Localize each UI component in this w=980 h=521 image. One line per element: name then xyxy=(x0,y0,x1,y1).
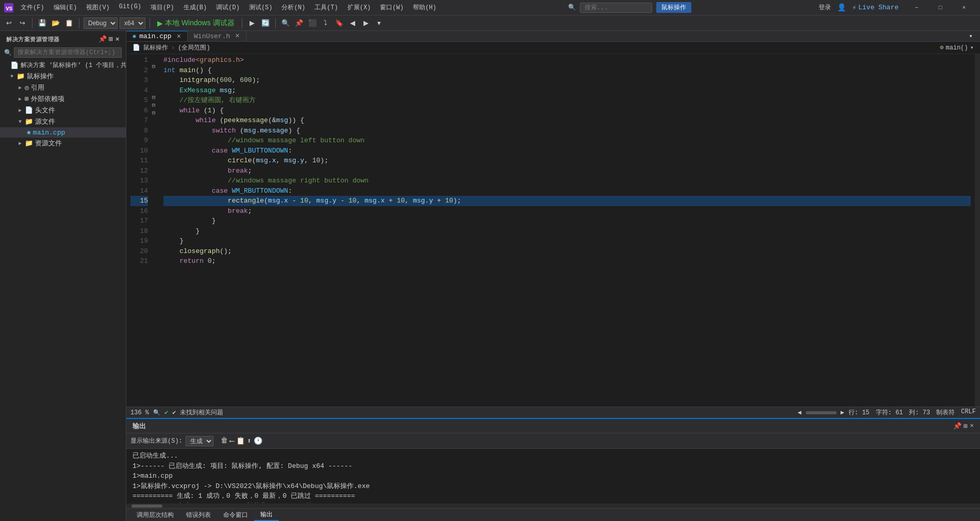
breadcrumb-func[interactable]: main() xyxy=(946,44,968,52)
output-scrollbar-h[interactable] xyxy=(126,503,980,508)
toolbar-bookmark[interactable]: 🔖 xyxy=(334,18,345,29)
tree-references[interactable]: ▶ ◎ 引用 xyxy=(0,82,126,93)
tab-type[interactable]: 制表符 xyxy=(936,408,955,417)
tree-resource-files[interactable]: ▶ 📁 资源文件 xyxy=(0,138,126,149)
menu-project[interactable]: 项目(P) xyxy=(146,2,178,13)
menu-debug[interactable]: 调试(D) xyxy=(212,2,244,13)
cursor-line: 行: 15 xyxy=(849,408,870,417)
run-button[interactable]: ▶ 本地 Windows 调试器 xyxy=(154,18,238,29)
code-line-7: while (peekmessage(&msg)) { xyxy=(163,115,971,126)
code-line-12: break; xyxy=(163,166,971,176)
toolbar-save-all[interactable]: 💾 xyxy=(37,18,48,29)
editor-scroll-right-icon[interactable]: ▶ xyxy=(841,409,844,416)
tab-main-cpp[interactable]: ✱ main.cpp × xyxy=(126,31,188,41)
toolbar-undo[interactable]: ↩ xyxy=(3,18,14,29)
editor-zoom[interactable]: 136 % xyxy=(130,409,149,416)
sidebar-pin-icon[interactable]: 📌 xyxy=(98,35,107,43)
menu-extensions[interactable]: 扩展(X) xyxy=(343,2,375,13)
output-scroll-icon[interactable]: 🕐 xyxy=(254,436,262,445)
run-label: 本地 Windows 调试器 xyxy=(165,19,235,28)
breadcrumb-file[interactable]: 鼠标操作 xyxy=(143,43,168,52)
toolbar-breakpoint[interactable]: ⬛ xyxy=(307,18,318,29)
output-copy-icon[interactable]: 📋 xyxy=(236,436,245,445)
toolbar-search-code[interactable]: 🔍 xyxy=(280,18,291,29)
menu-view[interactable]: 视图(V) xyxy=(82,2,114,13)
maximize-button[interactable]: □ xyxy=(928,0,952,15)
editor-status-check-icon: ✔ xyxy=(164,409,168,416)
tree-header-files[interactable]: ▶ 📄 头文件 xyxy=(0,105,126,116)
editor-scroll-left-icon[interactable]: ◀ xyxy=(798,409,801,416)
tab-call-hierarchy[interactable]: 调用层次结构 xyxy=(130,510,180,520)
menu-analyze[interactable]: 分析(N) xyxy=(277,2,309,13)
close-button[interactable]: × xyxy=(952,0,976,15)
menu-window[interactable]: 窗口(W) xyxy=(376,2,408,13)
tab-output[interactable]: 输出 xyxy=(254,509,279,521)
ext-deps-icon: ⊞ xyxy=(25,95,29,103)
sidebar-close-icon[interactable]: × xyxy=(115,36,120,43)
output-close-icon[interactable]: × xyxy=(970,422,974,430)
code-line-3: initgraph(600, 600); xyxy=(163,75,971,86)
menu-tools[interactable]: 工具(T) xyxy=(310,2,342,13)
toolbar-step-over[interactable]: ⤵ xyxy=(320,18,331,29)
menu-edit[interactable]: 编辑(E) xyxy=(49,2,81,13)
menu-help[interactable]: 帮助(H) xyxy=(409,2,441,13)
editor-vertical-scrollbar[interactable] xyxy=(975,54,980,407)
output-source-select[interactable]: 生成 xyxy=(186,436,213,446)
sidebar-split-icon[interactable]: ⊞ xyxy=(109,35,113,43)
output-scrollbar-thumb[interactable] xyxy=(131,505,162,508)
output-scroll-top-icon[interactable]: ⬆ xyxy=(247,436,251,445)
project-folder-icon: 📁 xyxy=(16,72,25,80)
ext-deps-label: 外部依赖项 xyxy=(31,94,64,104)
toolbar-bookmark-next[interactable]: ▶ xyxy=(360,18,372,29)
line-ending[interactable]: CRLF xyxy=(961,408,976,417)
toolbar-save[interactable]: 📋 xyxy=(63,18,75,29)
output-pin-icon[interactable]: 📌 xyxy=(953,422,961,430)
debug-config-select[interactable]: Debug xyxy=(84,18,118,29)
output-line-5: ========== 生成: 1 成功，0 失败，0 最新，0 已跳过 ====… xyxy=(132,491,974,501)
breadcrumb-func-arrow[interactable]: ▾ xyxy=(970,44,974,52)
menu-git[interactable]: Git(G) xyxy=(115,2,145,13)
tab-main-cpp-close[interactable]: × xyxy=(177,33,181,40)
sidebar-search-input[interactable] xyxy=(14,47,122,58)
code-content[interactable]: #include<graphics.h> int main() { initgr… xyxy=(159,54,975,407)
editor-scrollbar-thumb-h[interactable] xyxy=(806,411,837,414)
tab-winuser-close[interactable]: × xyxy=(235,32,239,40)
output-panel: 输出 📌 ⊞ × 显示输出来源(S): 生成 🗑 ⟵ 📋 ⬆ � xyxy=(126,418,980,521)
code-line-21: return 0; xyxy=(163,256,971,266)
dropdown-tabs-icon[interactable]: ▾ xyxy=(966,31,976,41)
sidebar-search-area: 🔍 xyxy=(0,45,126,60)
menu-build[interactable]: 生成(B) xyxy=(179,2,211,13)
tree-project[interactable]: ▼ 📁 鼠标操作 xyxy=(0,71,126,82)
liveshare-button[interactable]: ⚡ Live Share xyxy=(852,4,899,12)
toolbar-refresh[interactable]: 🔄 xyxy=(260,18,271,29)
tree-source-files[interactable]: ▼ 📁 源文件 xyxy=(0,116,126,127)
tree-external-deps[interactable]: ▶ ⊞ 外部依赖项 xyxy=(0,93,126,105)
minimize-button[interactable]: − xyxy=(905,0,928,15)
toolbar-redo[interactable]: ↪ xyxy=(16,18,28,29)
output-toolbar-icons: 🗑 ⟵ 📋 ⬆ 🕐 xyxy=(221,436,262,445)
code-line-10: case WM_LBUTTONDOWN: xyxy=(163,146,971,156)
output-wrap-icon[interactable]: ⟵ xyxy=(230,436,234,445)
output-split-icon[interactable]: ⊞ xyxy=(964,422,968,430)
toolbar-continue[interactable]: ▶ xyxy=(246,18,258,29)
menu-test[interactable]: 测试(S) xyxy=(245,2,277,13)
toolbar-bookmark-list[interactable]: ▾ xyxy=(374,18,385,29)
output-clear-icon[interactable]: 🗑 xyxy=(221,436,228,445)
user-icon: 👤 xyxy=(837,3,846,12)
platform-select[interactable]: x64 xyxy=(120,18,145,29)
source-files-label: 源文件 xyxy=(35,117,55,126)
tab-error-list[interactable]: 错误列表 xyxy=(180,510,217,520)
code-line-16: break; xyxy=(163,206,971,216)
tab-winuser[interactable]: WinUser.h × xyxy=(188,31,246,41)
toolbar-bookmark-prev[interactable]: ◀ xyxy=(347,18,358,29)
titlebar-search-input[interactable] xyxy=(580,3,652,13)
toolbar-attach[interactable]: 📌 xyxy=(293,18,305,29)
sidebar-title: 解决方案资源管理器 xyxy=(6,36,60,43)
tab-command-window[interactable]: 命令窗口 xyxy=(217,510,254,520)
menu-file[interactable]: 文件(F) xyxy=(16,2,48,13)
tabs-right: ▾ xyxy=(966,31,980,41)
breadcrumb-scope[interactable]: (全局范围) xyxy=(178,43,210,52)
toolbar-open[interactable]: 📂 xyxy=(50,18,61,29)
tree-main-cpp[interactable]: ✱ main.cpp xyxy=(0,127,126,138)
login-btn[interactable]: 登录 xyxy=(819,3,831,12)
